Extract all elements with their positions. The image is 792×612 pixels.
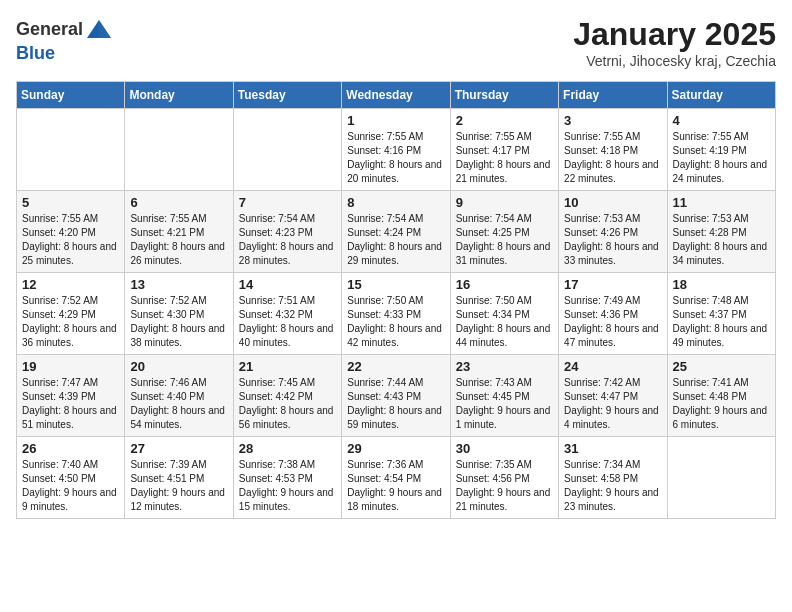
svg-marker-1	[99, 20, 111, 38]
calendar-cell	[233, 109, 341, 191]
logo-blue: Blue	[16, 44, 113, 64]
calendar-week-3: 12Sunrise: 7:52 AMSunset: 4:29 PMDayligh…	[17, 273, 776, 355]
title-block: January 2025 Vetrni, Jihocesky kraj, Cze…	[573, 16, 776, 69]
calendar-week-4: 19Sunrise: 7:47 AMSunset: 4:39 PMDayligh…	[17, 355, 776, 437]
calendar-cell: 15Sunrise: 7:50 AMSunset: 4:33 PMDayligh…	[342, 273, 450, 355]
calendar-cell: 30Sunrise: 7:35 AMSunset: 4:56 PMDayligh…	[450, 437, 558, 519]
day-info: Sunrise: 7:54 AMSunset: 4:23 PMDaylight:…	[239, 212, 336, 268]
calendar-cell	[667, 437, 775, 519]
day-info: Sunrise: 7:55 AMSunset: 4:19 PMDaylight:…	[673, 130, 770, 186]
day-info: Sunrise: 7:39 AMSunset: 4:51 PMDaylight:…	[130, 458, 227, 514]
calendar-cell: 5Sunrise: 7:55 AMSunset: 4:20 PMDaylight…	[17, 191, 125, 273]
day-info: Sunrise: 7:43 AMSunset: 4:45 PMDaylight:…	[456, 376, 553, 432]
day-info: Sunrise: 7:34 AMSunset: 4:58 PMDaylight:…	[564, 458, 661, 514]
day-info: Sunrise: 7:45 AMSunset: 4:42 PMDaylight:…	[239, 376, 336, 432]
day-number: 19	[22, 359, 119, 374]
calendar-cell	[17, 109, 125, 191]
day-number: 29	[347, 441, 444, 456]
logo: General Blue	[16, 16, 113, 64]
day-number: 21	[239, 359, 336, 374]
month-title: January 2025	[573, 16, 776, 53]
day-info: Sunrise: 7:48 AMSunset: 4:37 PMDaylight:…	[673, 294, 770, 350]
calendar-cell: 4Sunrise: 7:55 AMSunset: 4:19 PMDaylight…	[667, 109, 775, 191]
calendar-cell: 2Sunrise: 7:55 AMSunset: 4:17 PMDaylight…	[450, 109, 558, 191]
calendar-cell: 9Sunrise: 7:54 AMSunset: 4:25 PMDaylight…	[450, 191, 558, 273]
calendar-cell: 14Sunrise: 7:51 AMSunset: 4:32 PMDayligh…	[233, 273, 341, 355]
day-info: Sunrise: 7:52 AMSunset: 4:30 PMDaylight:…	[130, 294, 227, 350]
day-info: Sunrise: 7:53 AMSunset: 4:28 PMDaylight:…	[673, 212, 770, 268]
calendar-cell: 19Sunrise: 7:47 AMSunset: 4:39 PMDayligh…	[17, 355, 125, 437]
day-info: Sunrise: 7:55 AMSunset: 4:20 PMDaylight:…	[22, 212, 119, 268]
day-number: 3	[564, 113, 661, 128]
calendar-cell: 26Sunrise: 7:40 AMSunset: 4:50 PMDayligh…	[17, 437, 125, 519]
day-info: Sunrise: 7:36 AMSunset: 4:54 PMDaylight:…	[347, 458, 444, 514]
calendar-cell: 18Sunrise: 7:48 AMSunset: 4:37 PMDayligh…	[667, 273, 775, 355]
day-info: Sunrise: 7:50 AMSunset: 4:34 PMDaylight:…	[456, 294, 553, 350]
day-info: Sunrise: 7:55 AMSunset: 4:17 PMDaylight:…	[456, 130, 553, 186]
day-number: 1	[347, 113, 444, 128]
day-number: 13	[130, 277, 227, 292]
logo-icon	[85, 16, 113, 44]
day-number: 6	[130, 195, 227, 210]
day-info: Sunrise: 7:47 AMSunset: 4:39 PMDaylight:…	[22, 376, 119, 432]
day-info: Sunrise: 7:41 AMSunset: 4:48 PMDaylight:…	[673, 376, 770, 432]
calendar-table: SundayMondayTuesdayWednesdayThursdayFrid…	[16, 81, 776, 519]
day-info: Sunrise: 7:55 AMSunset: 4:18 PMDaylight:…	[564, 130, 661, 186]
day-number: 14	[239, 277, 336, 292]
calendar-cell: 8Sunrise: 7:54 AMSunset: 4:24 PMDaylight…	[342, 191, 450, 273]
day-number: 30	[456, 441, 553, 456]
day-info: Sunrise: 7:42 AMSunset: 4:47 PMDaylight:…	[564, 376, 661, 432]
day-info: Sunrise: 7:53 AMSunset: 4:26 PMDaylight:…	[564, 212, 661, 268]
weekday-header-friday: Friday	[559, 82, 667, 109]
day-number: 15	[347, 277, 444, 292]
day-info: Sunrise: 7:52 AMSunset: 4:29 PMDaylight:…	[22, 294, 119, 350]
calendar-cell: 22Sunrise: 7:44 AMSunset: 4:43 PMDayligh…	[342, 355, 450, 437]
day-number: 9	[456, 195, 553, 210]
weekday-header-row: SundayMondayTuesdayWednesdayThursdayFrid…	[17, 82, 776, 109]
day-number: 20	[130, 359, 227, 374]
logo-general: General	[16, 20, 83, 40]
calendar-cell: 13Sunrise: 7:52 AMSunset: 4:30 PMDayligh…	[125, 273, 233, 355]
day-number: 27	[130, 441, 227, 456]
calendar-cell: 27Sunrise: 7:39 AMSunset: 4:51 PMDayligh…	[125, 437, 233, 519]
calendar-cell: 17Sunrise: 7:49 AMSunset: 4:36 PMDayligh…	[559, 273, 667, 355]
calendar-cell: 10Sunrise: 7:53 AMSunset: 4:26 PMDayligh…	[559, 191, 667, 273]
day-number: 25	[673, 359, 770, 374]
day-number: 18	[673, 277, 770, 292]
day-info: Sunrise: 7:55 AMSunset: 4:21 PMDaylight:…	[130, 212, 227, 268]
day-number: 2	[456, 113, 553, 128]
day-number: 4	[673, 113, 770, 128]
calendar-cell: 7Sunrise: 7:54 AMSunset: 4:23 PMDaylight…	[233, 191, 341, 273]
day-info: Sunrise: 7:49 AMSunset: 4:36 PMDaylight:…	[564, 294, 661, 350]
location-subtitle: Vetrni, Jihocesky kraj, Czechia	[573, 53, 776, 69]
day-number: 31	[564, 441, 661, 456]
calendar-cell: 1Sunrise: 7:55 AMSunset: 4:16 PMDaylight…	[342, 109, 450, 191]
day-info: Sunrise: 7:54 AMSunset: 4:24 PMDaylight:…	[347, 212, 444, 268]
calendar-cell: 6Sunrise: 7:55 AMSunset: 4:21 PMDaylight…	[125, 191, 233, 273]
calendar-week-2: 5Sunrise: 7:55 AMSunset: 4:20 PMDaylight…	[17, 191, 776, 273]
day-info: Sunrise: 7:40 AMSunset: 4:50 PMDaylight:…	[22, 458, 119, 514]
calendar-cell: 12Sunrise: 7:52 AMSunset: 4:29 PMDayligh…	[17, 273, 125, 355]
calendar-cell: 16Sunrise: 7:50 AMSunset: 4:34 PMDayligh…	[450, 273, 558, 355]
calendar-week-1: 1Sunrise: 7:55 AMSunset: 4:16 PMDaylight…	[17, 109, 776, 191]
day-info: Sunrise: 7:54 AMSunset: 4:25 PMDaylight:…	[456, 212, 553, 268]
calendar-cell	[125, 109, 233, 191]
day-number: 5	[22, 195, 119, 210]
weekday-header-sunday: Sunday	[17, 82, 125, 109]
calendar-cell: 29Sunrise: 7:36 AMSunset: 4:54 PMDayligh…	[342, 437, 450, 519]
calendar-cell: 23Sunrise: 7:43 AMSunset: 4:45 PMDayligh…	[450, 355, 558, 437]
calendar-cell: 21Sunrise: 7:45 AMSunset: 4:42 PMDayligh…	[233, 355, 341, 437]
weekday-header-tuesday: Tuesday	[233, 82, 341, 109]
calendar-cell: 31Sunrise: 7:34 AMSunset: 4:58 PMDayligh…	[559, 437, 667, 519]
day-info: Sunrise: 7:44 AMSunset: 4:43 PMDaylight:…	[347, 376, 444, 432]
day-info: Sunrise: 7:55 AMSunset: 4:16 PMDaylight:…	[347, 130, 444, 186]
day-info: Sunrise: 7:51 AMSunset: 4:32 PMDaylight:…	[239, 294, 336, 350]
day-number: 8	[347, 195, 444, 210]
calendar-cell: 25Sunrise: 7:41 AMSunset: 4:48 PMDayligh…	[667, 355, 775, 437]
day-number: 28	[239, 441, 336, 456]
calendar-cell: 3Sunrise: 7:55 AMSunset: 4:18 PMDaylight…	[559, 109, 667, 191]
day-number: 11	[673, 195, 770, 210]
day-number: 17	[564, 277, 661, 292]
calendar-cell: 20Sunrise: 7:46 AMSunset: 4:40 PMDayligh…	[125, 355, 233, 437]
day-number: 22	[347, 359, 444, 374]
